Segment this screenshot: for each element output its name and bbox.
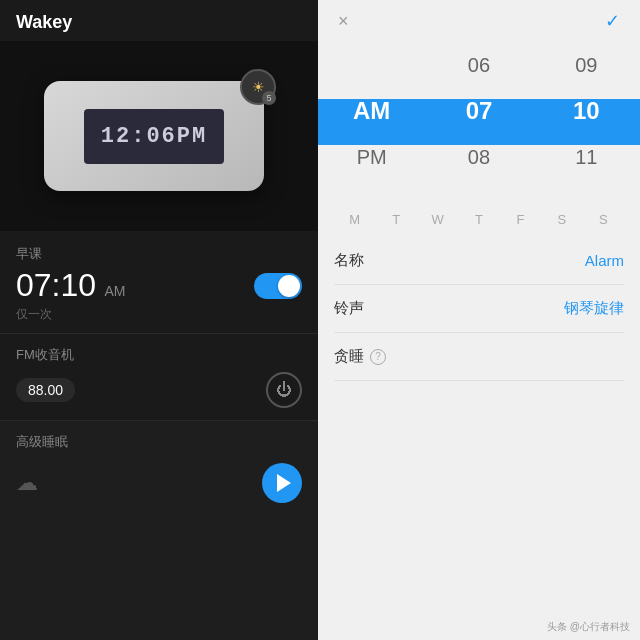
days-row: M T W T F S S bbox=[318, 202, 640, 237]
sleep-play-button[interactable] bbox=[262, 463, 302, 503]
day-wed[interactable]: W bbox=[424, 212, 452, 227]
alarm-time-value: 07:10 bbox=[16, 267, 96, 303]
ringtone-label: 铃声 bbox=[334, 299, 364, 318]
close-button[interactable]: × bbox=[338, 11, 349, 32]
device-screen-time: 12:06PM bbox=[101, 124, 207, 149]
ringtone-setting-row[interactable]: 铃声 钢琴旋律 bbox=[334, 285, 624, 333]
minute-column[interactable]: 09 10 11 bbox=[533, 42, 640, 202]
day-mon[interactable]: M bbox=[341, 212, 369, 227]
app-title: Wakey bbox=[0, 0, 318, 41]
app-title-text: Wakey bbox=[16, 12, 72, 32]
picker-item-pm[interactable]: PM bbox=[318, 134, 425, 180]
watermark: 头条 @心行者科技 bbox=[547, 620, 630, 634]
snooze-row: 贪睡 ? bbox=[334, 347, 386, 366]
left-panel: Wakey 12:06PM ☀ 5 早课 07:10 AM 仅一次 FM收音机 … bbox=[0, 0, 318, 640]
name-label: 名称 bbox=[334, 251, 364, 270]
sleep-controls: ☁ bbox=[16, 463, 302, 503]
picker-item-hour-07[interactable]: 07 bbox=[425, 88, 532, 134]
day-tue[interactable]: T bbox=[382, 212, 410, 227]
confirm-button[interactable]: ✓ bbox=[605, 10, 620, 32]
device-screen: 12:06PM bbox=[84, 109, 224, 164]
hour-column[interactable]: 06 07 08 bbox=[425, 42, 532, 202]
alarm-section: 早课 07:10 AM 仅一次 bbox=[0, 231, 318, 334]
alarm-time-display: 07:10 AM bbox=[16, 267, 126, 304]
time-picker-header: × ✓ bbox=[318, 0, 640, 42]
time-picker[interactable]: AM PM 06 07 08 09 10 11 bbox=[318, 42, 640, 202]
picker-item-min-09[interactable]: 09 bbox=[533, 42, 640, 88]
time-picker-columns: AM PM 06 07 08 09 10 11 bbox=[318, 42, 640, 202]
alarm-repeat: 仅一次 bbox=[16, 306, 302, 323]
sleep-section: 高级睡眠 ☁ bbox=[0, 421, 318, 640]
picker-item-am[interactable]: AM bbox=[318, 88, 425, 134]
snooze-setting-row[interactable]: 贪睡 ? bbox=[334, 333, 624, 381]
fm-section: FM收音机 88.00 ⏻ bbox=[0, 334, 318, 421]
fm-row: 88.00 ⏻ bbox=[16, 372, 302, 408]
picker-item-empty bbox=[318, 42, 425, 88]
alarm-toggle[interactable] bbox=[254, 273, 302, 299]
picker-item-hour-06[interactable]: 06 bbox=[425, 42, 532, 88]
brightness-badge: 5 bbox=[262, 91, 276, 105]
picker-item-hour-08[interactable]: 08 bbox=[425, 134, 532, 180]
cloud-icon[interactable]: ☁ bbox=[16, 470, 38, 496]
fm-label: FM收音机 bbox=[16, 346, 302, 364]
ampm-column[interactable]: AM PM bbox=[318, 42, 425, 202]
fm-frequency[interactable]: 88.00 bbox=[16, 378, 75, 402]
sleep-label: 高级睡眠 bbox=[16, 433, 302, 451]
name-value: Alarm bbox=[585, 252, 624, 269]
day-sun[interactable]: S bbox=[589, 212, 617, 227]
day-sat[interactable]: S bbox=[548, 212, 576, 227]
ringtone-value: 钢琴旋律 bbox=[564, 299, 624, 318]
device-brightness-button[interactable]: ☀ 5 bbox=[240, 69, 276, 105]
alarm-ampm: AM bbox=[105, 283, 126, 299]
device-body: 12:06PM ☀ 5 bbox=[44, 81, 264, 191]
day-thu[interactable]: T bbox=[465, 212, 493, 227]
picker-item-min-11[interactable]: 11 bbox=[533, 134, 640, 180]
name-setting-row[interactable]: 名称 Alarm bbox=[334, 237, 624, 285]
picker-item-min-10[interactable]: 10 bbox=[533, 88, 640, 134]
snooze-label: 贪睡 bbox=[334, 347, 364, 366]
right-panel: × ✓ AM PM 06 07 08 09 10 11 bbox=[318, 0, 640, 640]
day-fri[interactable]: F bbox=[506, 212, 534, 227]
info-icon[interactable]: ? bbox=[370, 349, 386, 365]
fm-power-button[interactable]: ⏻ bbox=[266, 372, 302, 408]
device-area: 12:06PM ☀ 5 bbox=[0, 41, 318, 231]
alarm-label: 早课 bbox=[16, 245, 302, 263]
alarm-time-row: 07:10 AM bbox=[16, 267, 302, 304]
play-icon bbox=[277, 474, 291, 492]
settings-section: 名称 Alarm 铃声 钢琴旋律 贪睡 ? bbox=[318, 237, 640, 640]
